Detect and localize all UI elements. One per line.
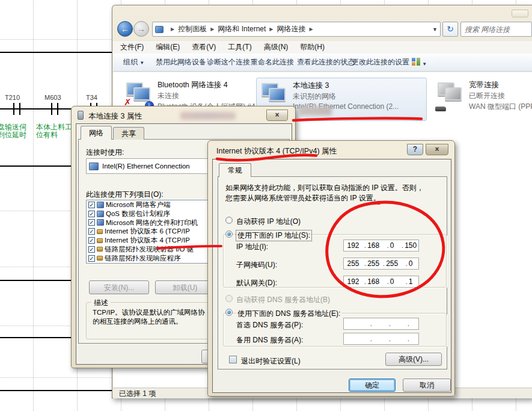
preferred-dns-field[interactable]: [343, 318, 419, 330]
organize-button[interactable]: 组织 ▼: [123, 57, 144, 67]
ladder-rung: [0, 390, 112, 391]
radio-auto-ip[interactable]: [225, 217, 233, 224]
intro-text: 如果网络支持此功能，则可以获取自动指派的 IP 设置。否则，: [225, 183, 424, 193]
description-line: 的相互连接的网络上的通讯。: [93, 317, 183, 326]
address-dropdown-icon[interactable]: ▼: [432, 26, 438, 32]
close-icon: ×: [435, 145, 439, 153]
censored-text-blur: [298, 107, 332, 116]
ladder-contact[interactable]: [13, 103, 20, 115]
contact-comment: 盘输送伺 到位延时: [0, 123, 26, 139]
radio-use-ip-label[interactable]: 使用下面的 IP 地址(S):: [236, 230, 311, 241]
view-status-button[interactable]: 查看此连接的状态: [297, 57, 355, 67]
checkbox-checked-icon[interactable]: ✓: [88, 228, 95, 235]
service-icon: [97, 211, 104, 217]
gateway-field[interactable]: 19216801: [343, 276, 419, 288]
items-list-label: 此连接使用下列项目(O):: [86, 190, 164, 200]
intro-text: 您需要从网络系统管理员处获得适当的 IP 设置。: [225, 193, 381, 203]
menu-bar: 文件(F) 编辑(E) 查看(V) 工具(T) 高级(N) 帮助(H): [113, 40, 532, 54]
menu-help[interactable]: 帮助(H): [300, 42, 325, 52]
back-button[interactable]: ←: [117, 21, 133, 37]
alternate-dns-field[interactable]: [343, 333, 419, 345]
views-grid-icon: [412, 58, 420, 66]
checkbox-checked-icon[interactable]: ✓: [88, 246, 95, 253]
refresh-button[interactable]: ↻: [442, 22, 458, 37]
dialog-network-icon: [78, 111, 84, 120]
crumb-separator-icon: ▶: [210, 26, 214, 32]
censored-text-blur: [180, 112, 236, 120]
adapter-small-icon: [89, 162, 99, 170]
breadcrumb-item-network-connections[interactable]: 网络连接: [277, 24, 306, 34]
checkbox-checked-icon[interactable]: ✓: [88, 202, 95, 208]
ladder-contact[interactable]: [51, 103, 58, 115]
disable-device-button[interactable]: 禁用此网络设备: [156, 57, 206, 67]
ladder-rung: [0, 52, 112, 53]
adapter-status: 未识别的网络: [293, 91, 336, 102]
search-box[interactable]: [460, 22, 532, 37]
command-toolbar: 组织 ▼ 禁用此网络设备 诊断这个连接 重命名此连接 查看此连接的状态 更改此连…: [113, 54, 532, 72]
search-input[interactable]: [461, 22, 531, 36]
ip-address-label: IP 地址(I):: [236, 242, 268, 252]
contact-label: T34: [86, 94, 97, 101]
diagnose-button[interactable]: 诊断这个连接: [207, 57, 250, 67]
adapter-name: 宽带连接: [469, 80, 499, 90]
cancel-button[interactable]: 取消: [403, 379, 451, 392]
radio-use-dns-label[interactable]: 使用下面的 DNS 服务器地址(E):: [236, 309, 341, 319]
menu-edit[interactable]: 编辑(E): [156, 42, 180, 52]
change-settings-button[interactable]: 更改此连接的设置: [352, 57, 409, 67]
alternate-dns-label: 备用 DNS 服务器(A):: [236, 335, 303, 345]
protocol-icon: [97, 247, 103, 252]
dialog-title: 本地连接 3 属性: [88, 111, 142, 122]
service-icon: [97, 219, 104, 226]
radio-auto-ip-label[interactable]: 自动获得 IP 地址(O): [236, 217, 301, 227]
menu-advanced[interactable]: 高级(N): [264, 42, 289, 52]
rename-button[interactable]: 重命名此连接: [251, 57, 294, 67]
ladder-rung: [0, 165, 72, 167]
menu-file[interactable]: 文件(F): [120, 42, 144, 52]
menu-tools[interactable]: 工具(T): [228, 42, 251, 52]
adapter-broadband[interactable]: 宽带连接 已断开连接 WAN 微型端口 (PPP: [433, 78, 532, 121]
forward-button[interactable]: →: [133, 21, 149, 37]
checkbox-checked-icon[interactable]: ✓: [88, 255, 95, 262]
close-icon: ×: [275, 111, 279, 119]
radio-use-dns[interactable]: [225, 309, 233, 316]
ip-address-field[interactable]: 1921680150: [343, 239, 419, 252]
dialog-body: 常规 如果网络支持此功能，则可以获取自动指派的 IP 设置。否则， 您需要从网络…: [212, 159, 451, 393]
help-button[interactable]: ?: [407, 144, 423, 155]
checkbox-checked-icon[interactable]: ✓: [88, 211, 95, 217]
validate-label[interactable]: 退出时验证设置(L): [241, 356, 301, 366]
menu-view[interactable]: 查看(V): [192, 42, 216, 52]
advanced-button[interactable]: 高级(V)...: [385, 353, 442, 366]
ipv4-properties-dialog: Internet 协议版本 4 (TCP/IPv4) 属性 ? × 常规 如果网…: [207, 140, 455, 397]
checkbox-checked-icon[interactable]: ✓: [88, 219, 95, 226]
help-icon: ?: [413, 145, 417, 153]
adapter-device: WAN 微型端口 (PPP: [469, 102, 532, 112]
tab-sharing[interactable]: 共享: [113, 127, 144, 140]
views-button[interactable]: ▼: [412, 58, 427, 67]
radio-use-ip[interactable]: [225, 230, 233, 238]
breadcrumb[interactable]: ▶ 控制面板 ▶ 网络和 Internet ▶ 网络连接 ▶ ▼: [152, 22, 441, 37]
description-line: TCP/IP。该协议是默认的广域网络协: [93, 308, 205, 317]
connect-using-label: 连接时使用:: [86, 147, 124, 158]
crumb-separator-icon: ▶: [310, 26, 313, 32]
breadcrumb-item-network-internet[interactable]: 网络和 Internet: [218, 24, 266, 34]
tab-network[interactable]: 网络: [81, 126, 112, 140]
address-bar-row: ← → ▶ 控制面板 ▶ 网络和 Internet ▶ 网络连接 ▶ ▼ ↻: [112, 20, 532, 38]
adapter-status: 未连接: [157, 91, 179, 101]
close-button[interactable]: ×: [426, 144, 448, 155]
subnet-mask-field[interactable]: 2552552550: [343, 258, 419, 270]
checkbox-checked-icon[interactable]: ✓: [88, 237, 95, 244]
client-icon: [97, 202, 104, 208]
caption-button-stub[interactable]: [512, 10, 528, 17]
uninstall-button[interactable]: 卸载(U): [155, 280, 215, 294]
close-button[interactable]: ×: [266, 110, 288, 121]
grid-line: [33, 0, 34, 411]
radio-auto-dns[interactable]: [225, 295, 233, 302]
subnet-mask-label: 子网掩码(U):: [236, 260, 277, 270]
breadcrumb-item-control-panel[interactable]: 控制面板: [178, 24, 207, 34]
ok-button[interactable]: 确定: [349, 379, 396, 392]
contact-comment: 本体上料工 位有料: [36, 123, 72, 139]
validate-checkbox[interactable]: [229, 356, 237, 363]
tab-general[interactable]: 常规: [219, 163, 251, 177]
gateway-label: 默认网关(D):: [236, 278, 277, 288]
install-button[interactable]: 安装(N)...: [89, 280, 149, 294]
